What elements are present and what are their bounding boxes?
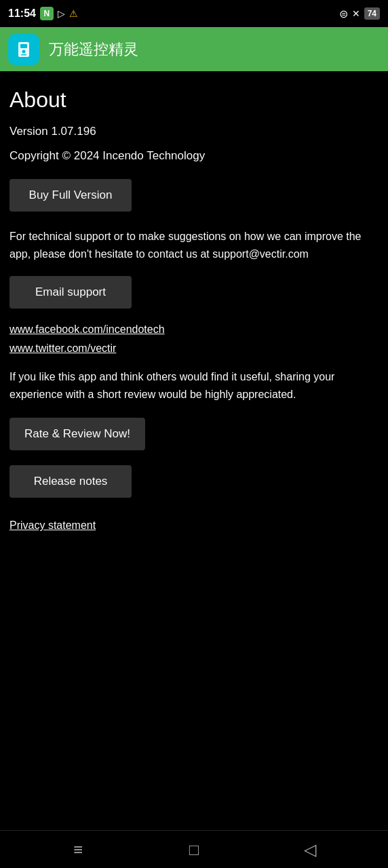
home-nav-icon[interactable]: □ bbox=[178, 833, 210, 866]
page-title: About bbox=[9, 87, 379, 113]
x-icon: ✕ bbox=[352, 8, 360, 19]
wifi-icon: ⊜ bbox=[339, 7, 348, 20]
battery-indicator: 74 bbox=[364, 7, 380, 20]
copyright-text: Copyright © 2024 Incendo Technology bbox=[9, 149, 379, 163]
menu-nav-icon[interactable]: ≡ bbox=[62, 833, 94, 866]
review-text: If you like this app and think others wo… bbox=[9, 368, 379, 403]
app-header: 万能遥控精灵 bbox=[0, 27, 388, 71]
release-notes-button[interactable]: Release notes bbox=[9, 465, 132, 498]
version-text: Version 1.07.196 bbox=[9, 125, 379, 138]
social-links: www.facebook.com/incendotech www.twitter… bbox=[9, 323, 379, 355]
play-icon: ▷ bbox=[58, 8, 65, 19]
buy-full-version-button[interactable]: Buy Full Version bbox=[9, 179, 132, 212]
rate-review-section: Rate & Review Now! bbox=[9, 418, 379, 450]
app-logo bbox=[8, 34, 39, 65]
svg-point-3 bbox=[22, 50, 26, 53]
rate-review-button[interactable]: Rate & Review Now! bbox=[9, 418, 145, 450]
status-bar-right: ⊜ ✕ 74 bbox=[339, 7, 380, 20]
email-support-button[interactable]: Email support bbox=[9, 276, 132, 309]
status-time: 11:54 bbox=[8, 7, 36, 20]
battery-level: 74 bbox=[368, 9, 376, 18]
support-text: For technical support or to make suggest… bbox=[9, 228, 379, 262]
warning-icon: ⚠ bbox=[69, 8, 78, 19]
privacy-statement-link[interactable]: Privacy statement bbox=[9, 519, 96, 532]
release-notes-section: Release notes bbox=[9, 465, 379, 498]
status-bar-left: 11:54 N ▷ ⚠ bbox=[8, 7, 78, 20]
back-nav-icon[interactable]: ◁ bbox=[294, 833, 326, 866]
app-title: 万能遥控精灵 bbox=[49, 39, 138, 60]
bottom-nav: ≡ □ ◁ bbox=[0, 830, 388, 868]
notification-icon-green: N bbox=[40, 7, 54, 20]
twitter-link[interactable]: www.twitter.com/vectir bbox=[9, 342, 379, 355]
buy-section: Buy Full Version bbox=[9, 179, 379, 212]
svg-rect-4 bbox=[21, 54, 26, 56]
status-bar: 11:54 N ▷ ⚠ ⊜ ✕ 74 bbox=[0, 0, 388, 27]
facebook-link[interactable]: www.facebook.com/incendotech bbox=[9, 323, 379, 336]
svg-rect-2 bbox=[20, 44, 27, 48]
email-support-section: Email support bbox=[9, 276, 379, 309]
main-content: About Version 1.07.196 Copyright © 2024 … bbox=[0, 71, 388, 830]
